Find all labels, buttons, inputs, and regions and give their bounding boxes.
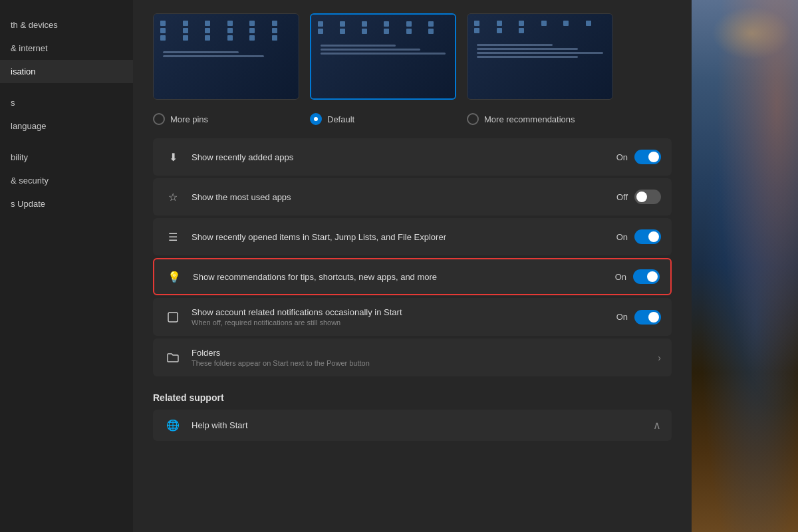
sidebar-spacer-1 bbox=[0, 83, 133, 91]
star-icon: ☆ bbox=[164, 191, 182, 203]
status-recently-opened: On bbox=[616, 232, 628, 242]
status-recently-added: On bbox=[616, 152, 628, 162]
svg-rect-0 bbox=[168, 313, 178, 322]
row-text-account-notifications: Show account related notifications occas… bbox=[192, 307, 616, 327]
row-title-recently-opened: Show recently opened items in Start, Jum… bbox=[192, 232, 616, 242]
radio-label-default: Default bbox=[327, 114, 354, 124]
chevron-folders-icon: › bbox=[658, 352, 661, 363]
help-with-start-row[interactable]: 🌐 Help with Start ∧ bbox=[153, 410, 672, 441]
settings-row-recommendations[interactable]: 💡 Show recommendations for tips, shortcu… bbox=[153, 258, 672, 295]
layout-option-default[interactable]: Default bbox=[310, 113, 456, 125]
help-with-start-label: Help with Start bbox=[192, 420, 248, 430]
theme-preview-more-recommendations bbox=[467, 13, 613, 100]
settings-row-recently-opened[interactable]: ☰ Show recently opened items in Start, J… bbox=[153, 218, 672, 255]
wallpaper-panel bbox=[692, 0, 798, 532]
theme-card-more-pins[interactable] bbox=[153, 13, 299, 100]
sidebar-item-bluetooth[interactable]: th & devices bbox=[0, 13, 133, 37]
menu-icon: ☰ bbox=[164, 231, 182, 243]
row-text-folders: Folders These folders appear on Start ne… bbox=[192, 348, 658, 367]
toggle-account-notifications[interactable] bbox=[634, 310, 661, 325]
theme-card-more-recommendations[interactable] bbox=[467, 13, 613, 100]
row-right-most-used: Off bbox=[616, 190, 661, 204]
toggle-thumb-recommendations bbox=[647, 271, 658, 282]
row-text-recently-opened: Show recently opened items in Start, Jum… bbox=[192, 232, 616, 242]
radio-more-pins[interactable] bbox=[153, 113, 165, 125]
sidebar-item-network[interactable]: & internet bbox=[0, 37, 133, 60]
row-text-recently-added: Show recently added apps bbox=[192, 152, 616, 162]
sidebar-spacer-2 bbox=[0, 138, 133, 146]
settings-row-account-notifications[interactable]: Show account related notifications occas… bbox=[153, 298, 672, 336]
radio-default[interactable] bbox=[310, 113, 322, 125]
row-right-recommendations: On bbox=[615, 269, 660, 284]
layout-options: More pins Default More recommendations bbox=[133, 113, 692, 138]
caret-help-icon: ∧ bbox=[653, 419, 661, 432]
sidebar-item-update[interactable]: s Update bbox=[0, 192, 133, 215]
theme-previews bbox=[133, 0, 692, 113]
status-recommendations: On bbox=[615, 272, 626, 282]
settings-row-most-used[interactable]: ☆ Show the most used apps Off bbox=[153, 178, 672, 215]
theme-preview-more-pins bbox=[153, 13, 299, 100]
download-icon: ⬇ bbox=[164, 151, 182, 164]
row-right-recently-added: On bbox=[616, 150, 661, 164]
sidebar-item-language[interactable]: language bbox=[0, 114, 133, 138]
toggle-recently-added[interactable] bbox=[634, 150, 661, 164]
toggle-thumb-most-used bbox=[636, 192, 647, 202]
settings-list: ⬇ Show recently added apps On ☆ Show the… bbox=[133, 138, 692, 376]
sidebar: th & devices & internet isation s langua… bbox=[0, 0, 133, 532]
radio-label-more-pins: More pins bbox=[170, 114, 208, 124]
toggle-recommendations[interactable] bbox=[633, 269, 660, 284]
settings-row-folders[interactable]: Folders These folders appear on Start ne… bbox=[153, 338, 672, 376]
row-title-most-used: Show the most used apps bbox=[192, 192, 616, 202]
status-most-used: Off bbox=[616, 192, 628, 202]
row-title-folders: Folders bbox=[192, 348, 658, 358]
row-right-folders: › bbox=[658, 352, 661, 363]
account-icon bbox=[164, 311, 182, 323]
row-subtitle-folders: These folders appear on Start next to th… bbox=[192, 359, 658, 367]
row-right-account-notifications: On bbox=[616, 310, 661, 325]
toggle-recently-opened[interactable] bbox=[634, 229, 661, 244]
toggle-thumb-recently-added bbox=[648, 152, 659, 162]
theme-card-default[interactable] bbox=[310, 13, 456, 100]
radio-label-more-recommendations: More recommendations bbox=[484, 114, 575, 124]
radio-more-recommendations[interactable] bbox=[467, 113, 479, 125]
toggle-most-used[interactable] bbox=[634, 190, 661, 204]
sidebar-item-personalisation[interactable]: isation bbox=[0, 60, 133, 83]
main-content: More pins Default More recommendations ⬇… bbox=[133, 0, 692, 532]
layout-option-more-recommendations[interactable]: More recommendations bbox=[467, 113, 613, 125]
row-right-recently-opened: On bbox=[616, 229, 661, 244]
lightbulb-icon: 💡 bbox=[165, 271, 184, 283]
toggle-thumb-recently-opened bbox=[648, 231, 659, 242]
layout-option-more-pins[interactable]: More pins bbox=[153, 113, 299, 125]
row-title-recently-added: Show recently added apps bbox=[192, 152, 616, 162]
row-text-most-used: Show the most used apps bbox=[192, 192, 616, 202]
sidebar-item-security[interactable]: & security bbox=[0, 169, 133, 192]
sidebar-item-apps[interactable]: s bbox=[0, 91, 133, 114]
globe-icon: 🌐 bbox=[164, 419, 182, 432]
toggle-thumb-account-notifications bbox=[648, 312, 659, 323]
related-support-header: Related support bbox=[133, 379, 692, 410]
status-account-notifications: On bbox=[616, 312, 628, 322]
sidebar-item-accessibility[interactable]: bility bbox=[0, 146, 133, 169]
row-title-account-notifications: Show account related notifications occas… bbox=[192, 307, 616, 317]
row-subtitle-account-notifications: When off, required notifications are sti… bbox=[192, 319, 616, 327]
folder-icon bbox=[164, 352, 182, 363]
settings-row-recently-added[interactable]: ⬇ Show recently added apps On bbox=[153, 138, 672, 176]
theme-preview-default bbox=[310, 13, 456, 100]
row-text-recommendations: Show recommendations for tips, shortcuts… bbox=[193, 272, 615, 282]
row-title-recommendations: Show recommendations for tips, shortcuts… bbox=[193, 272, 615, 282]
